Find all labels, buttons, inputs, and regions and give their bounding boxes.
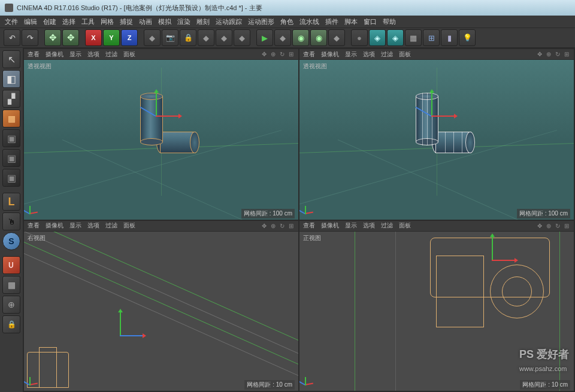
play-button[interactable] — [256, 29, 273, 46]
cylinder-standing[interactable] — [140, 93, 163, 145]
menu-sculpt[interactable]: 雕刻 — [196, 17, 210, 26]
vp-menu-options[interactable]: 选项 — [363, 50, 375, 59]
vp-menu-view[interactable]: 查看 — [303, 221, 315, 230]
vp-menu-panel[interactable]: 面板 — [123, 221, 135, 230]
menu-create[interactable]: 创建 — [43, 17, 56, 26]
render-pv-button[interactable] — [310, 29, 327, 46]
undo-button[interactable] — [4, 29, 20, 46]
viewport-canvas[interactable]: 网格间距 : 100 cm — [299, 60, 574, 220]
tool-button-3[interactable] — [234, 29, 250, 46]
lock-button[interactable] — [180, 29, 196, 46]
menu-simulate[interactable]: 模拟 — [158, 17, 171, 26]
workplane-button[interactable] — [2, 110, 20, 127]
menu-motiontrack[interactable]: 运动跟踪 — [216, 17, 242, 26]
vp-nav-rotate-icon[interactable]: ↻ — [279, 222, 286, 229]
vp-nav-max-icon[interactable]: ⊞ — [563, 222, 570, 229]
vp-nav-rotate-icon[interactable]: ↻ — [279, 51, 286, 58]
vp-menu-display[interactable]: 显示 — [69, 50, 81, 59]
vp-nav-zoom-icon[interactable]: ⊕ — [270, 51, 277, 58]
tool-button-1[interactable] — [198, 29, 214, 46]
vp-menu-display[interactable]: 显示 — [345, 221, 357, 230]
camera-button[interactable] — [162, 29, 178, 46]
menu-help[interactable]: 帮助 — [383, 17, 396, 26]
menu-select[interactable]: 选择 — [62, 17, 75, 26]
viewport-perspective-1[interactable]: 查看 摄像机 显示 选项 过滤 面板 ✥ ⊕ ↻ ⊞ 透视视图 — [24, 49, 298, 220]
lock-workplane-button[interactable] — [2, 315, 20, 333]
viewport-canvas[interactable]: 网格间距 : 100 cm — [24, 60, 298, 220]
vp-nav-max-icon[interactable]: ⊞ — [288, 222, 295, 229]
soft-select-button[interactable] — [2, 232, 20, 250]
layout-button[interactable] — [423, 29, 440, 46]
vp-nav-zoom-icon[interactable]: ⊕ — [545, 222, 552, 229]
object-wireframe[interactable] — [436, 256, 484, 327]
material-button[interactable] — [351, 29, 368, 46]
render-button[interactable] — [292, 29, 309, 46]
tweak-button[interactable] — [2, 212, 20, 230]
viewport-perspective-2[interactable]: 查看 摄像机 显示 选项 过滤 面板 ✥ ⊕ ↻ ⊞ 透视视图 — [299, 49, 574, 220]
menu-script[interactable]: 脚本 — [344, 17, 358, 26]
menu-file[interactable]: 文件 — [5, 17, 18, 26]
poly-mode-button[interactable] — [2, 169, 20, 187]
axis-z-button[interactable]: Z — [121, 29, 138, 46]
vp-menu-options[interactable]: 选项 — [363, 221, 375, 230]
vp-menu-filter[interactable]: 过滤 — [381, 50, 393, 59]
menu-render[interactable]: 渲染 — [177, 17, 190, 26]
menu-animate[interactable]: 动画 — [139, 17, 152, 26]
render-settings-button[interactable] — [328, 29, 345, 46]
menu-tools[interactable]: 工具 — [81, 17, 95, 26]
texture-mode-button[interactable] — [2, 90, 20, 108]
coord-system-button[interactable] — [144, 29, 161, 46]
menu-window[interactable]: 窗口 — [364, 17, 377, 26]
snap-grid-button[interactable] — [2, 276, 20, 294]
vp-menu-filter[interactable]: 过滤 — [381, 221, 393, 230]
vp-menu-filter[interactable]: 过滤 — [105, 221, 117, 230]
vp-nav-pan-icon[interactable]: ✥ — [536, 222, 543, 229]
vp-menu-camera[interactable]: 摄像机 — [321, 221, 339, 230]
vp-menu-panel[interactable]: 面板 — [399, 221, 411, 230]
vp-nav-max-icon[interactable]: ⊞ — [288, 51, 295, 58]
menu-character[interactable]: 角色 — [280, 17, 293, 26]
axis-x-button[interactable]: X — [85, 29, 102, 46]
vp-menu-view[interactable]: 查看 — [28, 50, 40, 59]
viewport-canvas[interactable]: 网格间距 : 10 cm — [24, 232, 298, 391]
snap-point-button[interactable] — [2, 296, 20, 314]
grid-button[interactable] — [405, 29, 422, 46]
vp-nav-max-icon[interactable]: ⊞ — [563, 51, 570, 58]
point-mode-button[interactable] — [2, 129, 20, 147]
snap-enable-button[interactable] — [2, 256, 20, 274]
vp-nav-pan-icon[interactable]: ✥ — [536, 51, 543, 58]
menu-snap[interactable]: 捕捉 — [120, 17, 133, 26]
vp-menu-options[interactable]: 选项 — [87, 221, 99, 230]
menu-edit[interactable]: 编辑 — [24, 17, 37, 26]
make-editable-button[interactable] — [2, 50, 20, 68]
vp-nav-rotate-icon[interactable]: ↻ — [554, 51, 561, 58]
tag-button[interactable] — [387, 29, 404, 46]
vp-nav-zoom-icon[interactable]: ⊕ — [270, 222, 277, 229]
vp-menu-view[interactable]: 查看 — [28, 221, 40, 230]
redo-button[interactable] — [22, 29, 38, 46]
vp-menu-panel[interactable]: 面板 — [123, 50, 135, 59]
menu-mograph[interactable]: 运动图形 — [248, 17, 274, 26]
vp-menu-view[interactable]: 查看 — [303, 50, 315, 59]
select-tool-button[interactable] — [44, 29, 61, 46]
cylinder-standing[interactable] — [416, 93, 438, 145]
vp-menu-filter[interactable]: 过滤 — [105, 50, 117, 59]
menu-pipeline[interactable]: 流水线 — [299, 17, 319, 26]
film-button[interactable] — [441, 29, 458, 46]
vp-nav-pan-icon[interactable]: ✥ — [261, 222, 268, 229]
viewport-right[interactable]: 查看 摄像机 显示 选项 过滤 面板 ✥ ⊕ ↻ ⊞ 右视图 — [24, 221, 298, 391]
menu-plugins[interactable]: 插件 — [325, 17, 338, 26]
vp-menu-camera[interactable]: 摄像机 — [321, 50, 339, 59]
axis-mode-button[interactable] — [2, 193, 20, 211]
light-button[interactable] — [459, 29, 476, 46]
primitive-button[interactable] — [369, 29, 386, 46]
axis-y-button[interactable]: Y — [103, 29, 120, 46]
model-mode-button[interactable] — [2, 70, 20, 88]
vp-menu-display[interactable]: 显示 — [345, 50, 357, 59]
scene-button[interactable] — [274, 29, 291, 46]
edge-mode-button[interactable] — [2, 149, 20, 167]
vp-menu-options[interactable]: 选项 — [87, 50, 99, 59]
vp-menu-display[interactable]: 显示 — [69, 221, 81, 230]
move-tool-button[interactable] — [62, 29, 79, 46]
cylinder-cap-inner[interactable] — [502, 276, 532, 306]
